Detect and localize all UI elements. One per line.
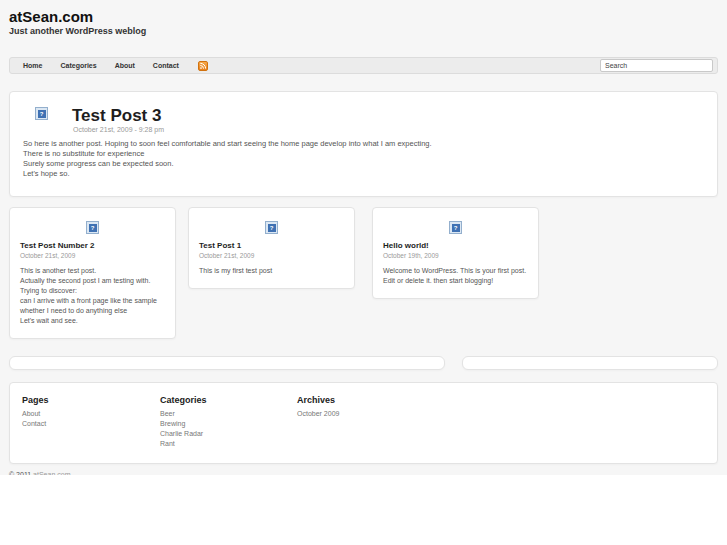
- nav-item-contact[interactable]: Contact: [144, 62, 188, 69]
- footer-link-rant[interactable]: Rant: [160, 439, 297, 449]
- post-date: October 21st, 2009: [199, 252, 344, 259]
- post-body: Welcome to WordPress. This is your first…: [383, 266, 528, 286]
- post-date: October 21st, 2009: [20, 252, 165, 259]
- copyright-line: © 2011 atSean.com: [9, 471, 718, 475]
- post-body: This is my first test post: [199, 266, 344, 276]
- nav-item-about[interactable]: About: [106, 62, 144, 69]
- post-body: This is another test post. Actually the …: [20, 266, 165, 326]
- footer-widgets: Pages About Contact Categories Beer Brew…: [9, 382, 718, 464]
- nav-item-home[interactable]: Home: [14, 62, 51, 69]
- search-input[interactable]: [600, 59, 713, 72]
- broken-image-icon: ?: [86, 221, 99, 234]
- footer-column-archives: Archives October 2009: [297, 395, 705, 449]
- featured-post-title[interactable]: Test Post 3: [72, 106, 164, 125]
- nav-item-categories[interactable]: Categories: [51, 62, 105, 69]
- featured-post: ? Test Post 3 October 21st, 2009 - 9:28 …: [9, 91, 718, 197]
- site-title[interactable]: atSean.com: [9, 8, 718, 26]
- copyright-site-link[interactable]: atSean.com: [33, 471, 70, 475]
- blog-page: atSean.com Just another WordPress weblog…: [0, 0, 727, 475]
- broken-image-glyph: ?: [38, 110, 46, 118]
- post-card-hello-world: ? Hello world! October 19th, 2009 Welcom…: [372, 207, 539, 299]
- footer-heading-pages: Pages: [22, 395, 160, 406]
- post-card-test-post-number-2: ? Test Post Number 2 October 21st, 2009 …: [9, 207, 176, 339]
- site-header: atSean.com Just another WordPress weblog: [9, 8, 718, 37]
- footer-link-october-2009[interactable]: October 2009: [297, 409, 705, 419]
- broken-image-icon: ?: [265, 221, 278, 234]
- footer-heading-archives: Archives: [297, 395, 705, 406]
- post-date: October 19th, 2009: [383, 252, 528, 259]
- empty-strip-narrow: [462, 356, 718, 370]
- footer-link-about[interactable]: About: [22, 409, 160, 419]
- footer-link-charlie-radar[interactable]: Charlie Radar: [160, 429, 297, 439]
- featured-post-body: So here is another post. Hoping to soon …: [23, 139, 705, 179]
- footer-heading-categories: Categories: [160, 395, 297, 406]
- broken-image-glyph: ?: [452, 224, 460, 232]
- post-title[interactable]: Test Post Number 2: [20, 241, 165, 250]
- broken-image-glyph: ?: [89, 224, 97, 232]
- broken-image-icon: ?: [35, 107, 48, 120]
- broken-image-icon: ?: [449, 221, 462, 234]
- footer-link-beer[interactable]: Beer: [160, 409, 297, 419]
- rss-icon[interactable]: [198, 61, 208, 71]
- site-tagline: Just another WordPress weblog: [9, 26, 718, 37]
- copyright-text: © 2011: [9, 471, 33, 475]
- featured-post-header: ? Test Post 3 October 21st, 2009 - 9:28 …: [22, 106, 705, 133]
- widget-strips: [9, 356, 718, 370]
- post-title[interactable]: Hello world!: [383, 241, 528, 250]
- post-card-test-post-1: ? Test Post 1 October 21st, 2009 This is…: [188, 207, 355, 289]
- posts-row: ? Test Post Number 2 October 21st, 2009 …: [9, 207, 718, 339]
- post-title[interactable]: Test Post 1: [199, 241, 344, 250]
- nav-bar: Home Categories About Contact: [9, 57, 718, 74]
- footer-link-contact[interactable]: Contact: [22, 419, 160, 429]
- featured-post-headtext: Test Post 3 October 21st, 2009 - 9:28 pm: [72, 106, 164, 133]
- footer-column-categories: Categories Beer Brewing Charlie Radar Ra…: [160, 395, 297, 449]
- content-container: atSean.com Just another WordPress weblog…: [0, 0, 727, 475]
- broken-image-glyph: ?: [268, 224, 276, 232]
- footer-column-pages: Pages About Contact: [22, 395, 160, 449]
- empty-strip-wide: [9, 356, 445, 370]
- featured-post-date: October 21st, 2009 - 9:28 pm: [73, 126, 164, 133]
- footer-link-brewing[interactable]: Brewing: [160, 419, 297, 429]
